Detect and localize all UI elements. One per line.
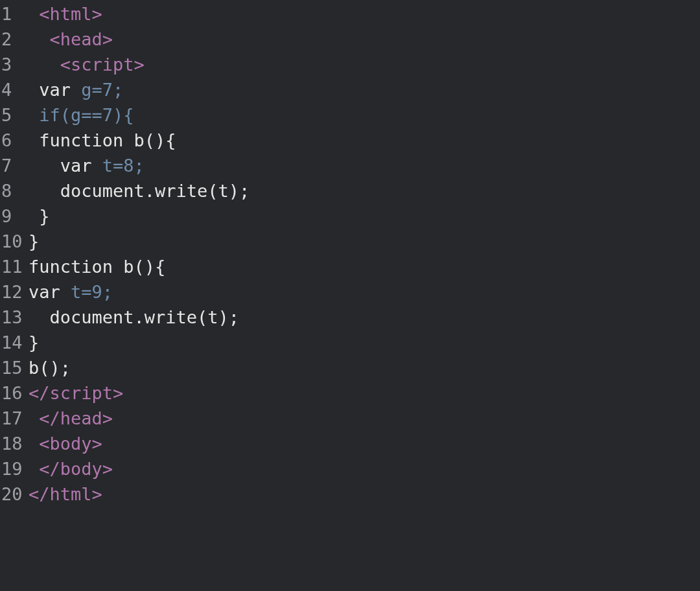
token-kw: t=8; bbox=[102, 156, 145, 176]
line-number: 9 bbox=[0, 203, 27, 229]
token-plain: } bbox=[29, 231, 39, 251]
code-content[interactable]: </script> bbox=[27, 380, 123, 406]
token-plain: b(); bbox=[29, 358, 71, 378]
token-kw: t=9; bbox=[71, 282, 113, 302]
token-tag: <html> bbox=[39, 4, 102, 24]
token-plain bbox=[29, 408, 39, 428]
token-tag: <head> bbox=[50, 29, 113, 49]
line-number: 8 bbox=[0, 178, 27, 203]
code-line[interactable]: 19 </body> bbox=[0, 456, 700, 481]
line-number: 15 bbox=[0, 355, 27, 380]
token-plain bbox=[29, 29, 50, 49]
code-content[interactable]: if(g==7){ bbox=[27, 102, 134, 128]
line-number: 6 bbox=[0, 128, 27, 153]
code-content[interactable]: function b(){ bbox=[27, 128, 176, 153]
token-plain: document.write(t); bbox=[29, 181, 250, 201]
line-number: 2 bbox=[0, 27, 27, 52]
token-tag: <body> bbox=[39, 434, 102, 454]
line-number: 17 bbox=[0, 406, 27, 431]
token-kw: if(g==7){ bbox=[39, 105, 134, 125]
code-line[interactable]: 17 </head> bbox=[0, 406, 700, 431]
code-line[interactable]: 12var t=9; bbox=[0, 279, 700, 305]
code-content[interactable]: document.write(t); bbox=[27, 178, 250, 203]
line-number: 11 bbox=[0, 254, 27, 279]
line-number: 1 bbox=[0, 1, 27, 27]
code-content[interactable]: document.write(t); bbox=[27, 305, 239, 330]
code-content[interactable]: <html> bbox=[27, 1, 102, 27]
code-line[interactable]: 10} bbox=[0, 229, 700, 254]
code-line[interactable]: 6 function b(){ bbox=[0, 128, 700, 153]
token-plain: var bbox=[29, 80, 81, 100]
line-number: 14 bbox=[0, 330, 27, 355]
token-plain bbox=[29, 434, 39, 454]
token-plain: var bbox=[29, 156, 102, 176]
token-tag: </body> bbox=[39, 459, 113, 479]
token-kw: g=7; bbox=[81, 80, 123, 100]
line-number: 12 bbox=[0, 279, 27, 305]
line-number: 7 bbox=[0, 153, 27, 178]
code-line[interactable]: 20</html> bbox=[0, 481, 700, 507]
token-plain: document.write(t); bbox=[29, 307, 239, 327]
code-line[interactable]: 9 } bbox=[0, 203, 700, 229]
token-tag: </scr bbox=[29, 383, 81, 403]
token-plain: function b(){ bbox=[29, 130, 176, 150]
code-line[interactable]: 13 document.write(t); bbox=[0, 305, 700, 330]
code-line[interactable]: 4 var g=7; bbox=[0, 77, 700, 102]
code-line[interactable]: 2 <head> bbox=[0, 27, 700, 52]
code-editor[interactable]: 1 <html>2 <head>3 <script>4 var g=7;5 if… bbox=[0, 0, 700, 507]
code-content[interactable]: var t=9; bbox=[27, 279, 113, 305]
code-content[interactable]: <head> bbox=[27, 27, 113, 52]
line-number: 5 bbox=[0, 102, 27, 128]
code-line[interactable]: 3 <script> bbox=[0, 52, 700, 77]
token-plain bbox=[29, 459, 39, 479]
token-tag: <script> bbox=[60, 54, 145, 75]
code-content[interactable]: function b(){ bbox=[27, 254, 165, 279]
token-plain bbox=[29, 105, 39, 125]
code-line[interactable]: 14} bbox=[0, 330, 700, 355]
line-number: 19 bbox=[0, 456, 27, 481]
code-content[interactable]: b(); bbox=[27, 355, 71, 380]
code-content[interactable]: <body> bbox=[27, 431, 102, 456]
line-number: 18 bbox=[0, 431, 27, 456]
code-line[interactable]: 18 <body> bbox=[0, 431, 700, 456]
code-content[interactable]: <script> bbox=[27, 52, 145, 77]
token-plain: var bbox=[29, 282, 71, 302]
line-number: 3 bbox=[0, 52, 27, 77]
token-plain bbox=[29, 4, 39, 24]
line-number: 13 bbox=[0, 305, 27, 330]
code-line[interactable]: 5 if(g==7){ bbox=[0, 102, 700, 128]
code-content[interactable]: </html> bbox=[27, 481, 102, 507]
code-content[interactable]: </head> bbox=[27, 406, 113, 431]
line-number: 16 bbox=[0, 380, 27, 406]
line-number: 4 bbox=[0, 77, 27, 102]
code-line[interactable]: 15b(); bbox=[0, 355, 700, 380]
token-plain: function b(){ bbox=[29, 257, 165, 277]
code-line[interactable]: 7 var t=8; bbox=[0, 153, 700, 178]
line-number: 20 bbox=[0, 481, 27, 507]
code-content[interactable]: } bbox=[27, 229, 39, 254]
code-content[interactable]: } bbox=[27, 330, 39, 355]
token-tag: ipt> bbox=[81, 383, 123, 403]
code-content[interactable]: </body> bbox=[27, 456, 113, 481]
code-line[interactable]: 16</script> bbox=[0, 380, 700, 406]
token-plain: } bbox=[29, 206, 50, 226]
code-content[interactable]: var g=7; bbox=[27, 77, 123, 102]
token-plain bbox=[29, 54, 60, 75]
code-line[interactable]: 8 document.write(t); bbox=[0, 178, 700, 203]
line-number: 10 bbox=[0, 229, 27, 254]
code-line[interactable]: 1 <html> bbox=[0, 1, 700, 27]
token-tag: </head> bbox=[39, 408, 113, 428]
code-line[interactable]: 11function b(){ bbox=[0, 254, 700, 279]
code-content[interactable]: var t=8; bbox=[27, 153, 145, 178]
code-content[interactable]: } bbox=[27, 203, 50, 229]
token-plain: } bbox=[29, 332, 39, 353]
token-tag: </html> bbox=[29, 484, 102, 504]
